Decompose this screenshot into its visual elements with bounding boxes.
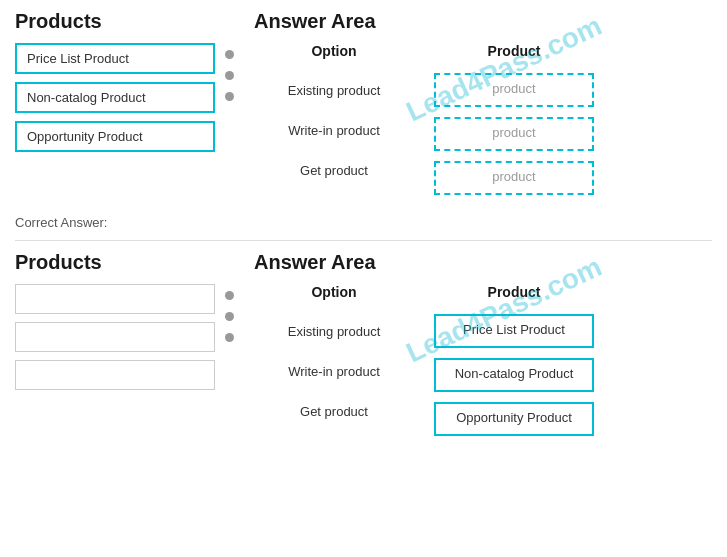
answer-grid-2: Lead4Pass.com Option Existing product Wr… [254,284,712,446]
main-container: Products Price List Product Non-catalog … [0,0,727,466]
option-label-2-1: Existing product [254,314,414,350]
options-col-1: Option Existing product Write-in product… [254,43,414,193]
product-item-2-2 [15,322,215,352]
section1: Products Price List Product Non-catalog … [15,10,712,205]
products-panel-1: Products Price List Product Non-catalog … [15,10,215,160]
product-box-2-3[interactable]: Opportunity Product [434,402,594,436]
answer-title-1: Answer Area [254,10,712,33]
dot-3 [225,92,234,101]
option-label-2-2: Write-in product [254,354,414,390]
option-label-1-2: Write-in product [254,113,414,149]
product-box-2-2[interactable]: Non-catalog Product [434,358,594,392]
product-box-1-1[interactable]: product [434,73,594,107]
products-panel-2: Products [15,251,215,398]
products-col-1: Product product product product [434,43,594,205]
options-col-2: Option Existing product Write-in product… [254,284,414,434]
dot-2 [225,71,234,80]
product-box-1-2[interactable]: product [434,117,594,151]
divider [15,240,712,241]
dot-4 [225,291,234,300]
option-label-1-3: Get product [254,153,414,189]
products-col-2: Product Price List Product Non-catalog P… [434,284,594,446]
products-title-1: Products [15,10,215,33]
product-box-2-1[interactable]: Price List Product [434,314,594,348]
option-label-2-3: Get product [254,394,414,430]
answer-area-2: Answer Area Lead4Pass.com Option Existin… [244,251,712,446]
product-item-1-2[interactable]: Non-catalog Product [15,82,215,113]
dot-1 [225,50,234,59]
products-title-2: Products [15,251,215,274]
product-item-2-3 [15,360,215,390]
option-label-1-1: Existing product [254,73,414,109]
product-header-2: Product [434,284,594,300]
product-item-1-3[interactable]: Opportunity Product [15,121,215,152]
dot-5 [225,312,234,321]
answer-grid-1: Lead4Pass.com Option Existing product Wr… [254,43,712,205]
product-header-1: Product [434,43,594,59]
section2: Products Answer Area Lead4Pass.com Optio… [15,251,712,446]
option-header-1: Option [254,43,414,59]
product-item-2-1 [15,284,215,314]
correct-answer-label: Correct Answer: [15,215,712,230]
product-box-1-3[interactable]: product [434,161,594,195]
answer-title-2: Answer Area [254,251,712,274]
dots-column-1 [215,10,244,101]
option-header-2: Option [254,284,414,300]
answer-area-1: Answer Area Lead4Pass.com Option Existin… [244,10,712,205]
dots-column-2 [215,251,244,342]
product-item-1-1[interactable]: Price List Product [15,43,215,74]
dot-6 [225,333,234,342]
